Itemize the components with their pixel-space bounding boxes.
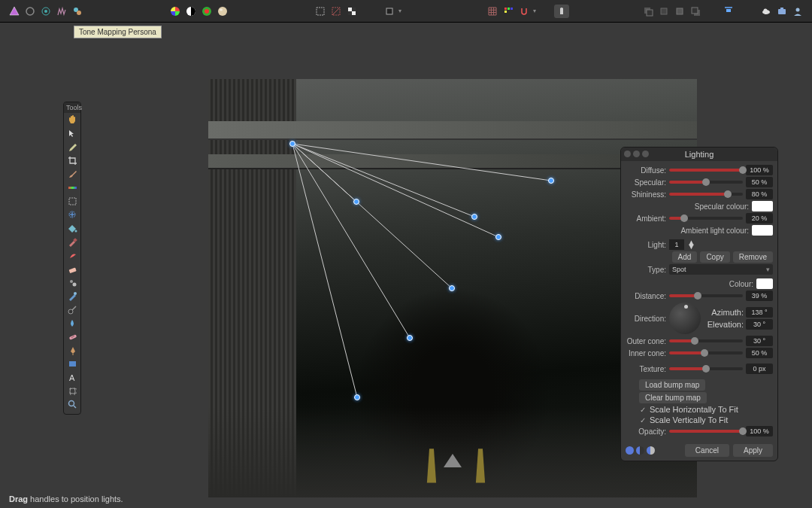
dropdown-arrow-icon[interactable]: ▾ [533, 8, 536, 14]
texture-value[interactable]: 0 px [746, 364, 773, 374]
inpaint-tool-icon[interactable] [64, 289, 80, 303]
zoom-icon[interactable] [642, 151, 649, 157]
arrange-front-icon[interactable] [689, 5, 702, 18]
direction-dial[interactable] [669, 303, 701, 334]
ambient-colour-swatch[interactable] [752, 225, 773, 236]
align-icon[interactable] [722, 5, 735, 18]
specular-slider[interactable] [669, 181, 743, 184]
zoom-tool-icon[interactable] [64, 397, 80, 411]
marquee-tool-icon[interactable] [64, 194, 80, 208]
marquee-icon[interactable] [314, 5, 327, 18]
flood-select-tool-icon[interactable] [64, 208, 80, 221]
preset-3-icon[interactable] [647, 446, 655, 455]
diffuse-slider[interactable] [669, 169, 743, 172]
fill-tool-icon[interactable] [64, 221, 80, 235]
distance-slider[interactable] [669, 294, 743, 297]
account-icon[interactable] [791, 5, 804, 18]
light-handle[interactable] [449, 285, 455, 291]
clear-bump-button[interactable]: Clear bump map [639, 392, 707, 403]
heal-tool-icon[interactable] [64, 330, 80, 343]
close-icon[interactable] [624, 151, 631, 157]
cloud-icon[interactable] [759, 5, 773, 18]
brush-tool-icon[interactable] [64, 167, 80, 181]
rectangle-tool-icon[interactable] [64, 357, 80, 370]
diffuse-value[interactable]: 100 % [746, 165, 773, 175]
app-logo-icon[interactable] [8, 5, 21, 18]
opacity-value[interactable]: 100 % [746, 426, 773, 437]
scale-v-checkbox[interactable]: ✓Scale Vertically To Fit [639, 415, 728, 424]
preset-1-icon[interactable] [626, 446, 634, 455]
snap-icon[interactable] [517, 5, 531, 18]
gradient-tool-icon[interactable] [64, 181, 80, 194]
inner-cone-slider[interactable] [669, 351, 743, 354]
elevation-value[interactable]: 30 ° [746, 319, 773, 330]
paint-tool-icon[interactable] [64, 235, 80, 248]
specular-value[interactable]: 50 % [746, 177, 773, 187]
sphere-icon[interactable] [216, 5, 229, 18]
quickmask-icon[interactable] [383, 5, 396, 18]
scale-h-checkbox[interactable]: ✓Scale Horizontally To Fit [639, 405, 738, 414]
add-button[interactable]: Add [672, 251, 698, 263]
remove-button[interactable]: Remove [733, 251, 773, 263]
light-handle[interactable] [548, 178, 554, 184]
light-handle[interactable] [471, 214, 477, 220]
ambient-value[interactable]: 20 % [746, 213, 773, 224]
arrange-backward-icon[interactable] [657, 5, 671, 18]
grid-icon[interactable] [486, 5, 499, 18]
colorpicker-tool-icon[interactable] [64, 140, 80, 154]
light-number[interactable]: 1 [669, 239, 684, 250]
type-select[interactable]: Spot [669, 264, 773, 275]
swatches-icon[interactable] [501, 5, 515, 18]
opacity-slider[interactable] [669, 430, 743, 433]
color-wheel-icon[interactable] [168, 5, 182, 18]
text-tool-icon[interactable]: A [64, 370, 80, 384]
outer-cone-value[interactable]: 30 ° [746, 336, 773, 346]
persona-liquify-icon[interactable] [23, 5, 37, 18]
preset-2-icon[interactable] [636, 446, 644, 455]
minimize-icon[interactable] [633, 151, 640, 157]
light-handle[interactable] [354, 394, 360, 400]
smudge-tool-icon[interactable] [64, 248, 80, 262]
blur-tool-icon[interactable] [64, 316, 80, 330]
inner-cone-value[interactable]: 50 % [746, 348, 773, 358]
light-handle[interactable] [407, 335, 413, 341]
stepper-down-icon[interactable]: ▼ [687, 245, 695, 248]
erase-tool-icon[interactable] [64, 262, 80, 275]
azimuth-value[interactable]: 138 ° [746, 307, 773, 318]
dropdown-arrow-icon[interactable]: ▾ [398, 8, 401, 14]
refine-icon[interactable] [345, 5, 359, 18]
arrange-forward-icon[interactable] [673, 5, 686, 18]
move-tool-icon[interactable] [64, 126, 80, 140]
distance-value[interactable]: 39 % [746, 291, 773, 301]
light-origin-handle[interactable] [289, 141, 295, 147]
light-handle[interactable] [495, 234, 501, 240]
assistant-icon[interactable] [554, 5, 569, 18]
load-bump-button[interactable]: Load bump map [639, 379, 705, 391]
outer-cone-slider[interactable] [669, 339, 743, 342]
ambient-slider[interactable] [669, 217, 743, 220]
crop-tool-icon[interactable] [64, 154, 80, 167]
copy-button[interactable]: Copy [700, 251, 729, 263]
pen-tool-icon[interactable] [64, 343, 80, 357]
cancel-button[interactable]: Cancel [685, 444, 729, 457]
apply-button[interactable]: Apply [733, 444, 773, 457]
svg-rect-38 [69, 198, 76, 205]
clone-tool-icon[interactable] [64, 275, 80, 289]
persona-export-icon[interactable] [71, 5, 84, 18]
hand-tool-icon[interactable] [64, 113, 80, 126]
dodge-tool-icon[interactable] [64, 303, 80, 316]
light-handle[interactable] [353, 199, 359, 205]
specular-colour-swatch[interactable] [752, 201, 773, 211]
persona-tonemap-icon[interactable] [55, 5, 68, 18]
stock-icon[interactable] [775, 5, 789, 18]
mesh-tool-icon[interactable] [64, 384, 80, 397]
palette-icon[interactable] [200, 5, 214, 18]
deselect-icon[interactable] [329, 5, 343, 18]
contrast-icon[interactable] [184, 5, 198, 18]
arrange-back-icon[interactable] [641, 5, 655, 18]
texture-slider[interactable] [669, 367, 743, 370]
shininess-value[interactable]: 80 % [746, 189, 773, 199]
colour-swatch[interactable] [756, 278, 773, 289]
persona-develop-icon[interactable] [39, 5, 53, 18]
shininess-slider[interactable] [669, 193, 743, 196]
